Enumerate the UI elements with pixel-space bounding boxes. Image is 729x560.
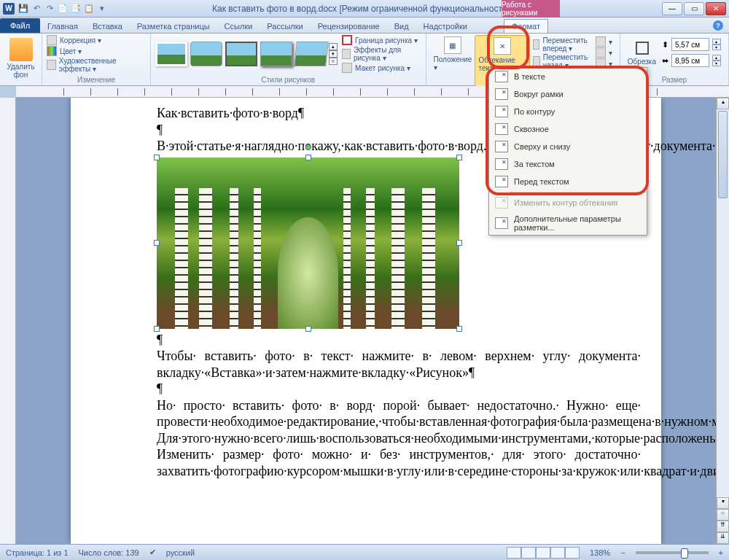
scroll-up-icon[interactable]: ▴ (717, 98, 729, 109)
zoom-slider[interactable] (636, 551, 709, 554)
spin-down-icon[interactable]: ▾ (712, 44, 721, 50)
gallery-up-icon[interactable]: ▴ (329, 43, 338, 50)
wrap-through-icon (495, 123, 508, 135)
zoom-in-icon[interactable]: + (719, 548, 723, 557)
wrap-tight[interactable]: По контуру (489, 103, 647, 120)
picture-effects-button[interactable]: Эффекты для рисунка ▾ (342, 46, 421, 62)
qat-btn[interactable]: 📄 (57, 3, 69, 15)
tab-view[interactable]: Вид (387, 20, 416, 33)
scroll-thumb[interactable] (718, 111, 728, 198)
undo-icon[interactable]: ↶ (31, 3, 42, 15)
resize-handle[interactable] (456, 240, 462, 246)
image-content (157, 158, 459, 329)
position-icon: ▦ (444, 36, 461, 54)
picture-border-button[interactable]: Граница рисунка ▾ (342, 35, 421, 45)
resize-handle[interactable] (456, 326, 462, 332)
resize-handle[interactable] (154, 155, 160, 160)
bring-forward-button[interactable]: Переместить вперед ▾ (533, 36, 593, 52)
paragraph: Изменить· размер· фото· можно· и· без· и… (157, 446, 641, 479)
wrap-front[interactable]: Перед текстом (489, 173, 647, 190)
style-thumb[interactable] (190, 42, 222, 66)
crop-button[interactable]: Обрезка (625, 39, 659, 67)
height-input[interactable]: 5,57 см (671, 38, 709, 51)
color-button[interactable]: Цвет ▾ (47, 46, 146, 56)
gallery-down-icon[interactable]: ▾ (329, 50, 338, 58)
picture-layout-button[interactable]: Макет рисунка ▾ (342, 63, 421, 73)
wrap-square[interactable]: Вокруг рамки (489, 85, 647, 103)
resize-handle[interactable] (305, 326, 311, 332)
resize-handle[interactable] (456, 155, 462, 160)
tab-review[interactable]: Рецензирование (311, 20, 387, 33)
style-thumb[interactable] (155, 42, 187, 66)
view-web[interactable] (536, 547, 550, 559)
view-print-layout[interactable] (507, 547, 521, 559)
minimize-button[interactable]: — (662, 2, 682, 15)
spelling-icon[interactable]: ✔ (149, 548, 156, 557)
qat-btn[interactable]: 📋 (83, 3, 95, 15)
spin-down-icon[interactable]: ▾ (712, 61, 721, 66)
tab-home[interactable]: Главная (40, 20, 85, 33)
tab-mailings[interactable]: Рассылки (260, 20, 310, 33)
tab-file[interactable]: Файл (0, 18, 40, 33)
tab-layout[interactable]: Разметка страницы (130, 20, 217, 33)
wrap-behind[interactable]: За текстом (489, 155, 647, 173)
remove-background-button[interactable]: Удалить фон (4, 35, 37, 82)
vertical-ruler[interactable] (0, 98, 16, 544)
wrap-text-dropdown: В тексте Вокруг рамки По контуру Сквозно… (488, 67, 647, 236)
style-thumb[interactable] (294, 42, 329, 66)
vertical-scrollbar[interactable]: ▴ ▾ ○ ⇈ ⇊ (716, 98, 729, 544)
rotate-handle[interactable] (305, 144, 311, 150)
width-input[interactable]: 8,95 см (671, 54, 709, 67)
resize-handle[interactable] (154, 240, 160, 246)
tab-format[interactable]: Формат (504, 19, 548, 33)
redo-icon[interactable]: ↷ (44, 3, 55, 15)
page-status[interactable]: Страница: 1 из 1 (6, 548, 69, 557)
qat-btn[interactable]: 📑 (70, 3, 82, 15)
spin-up-icon[interactable]: ▴ (712, 55, 721, 61)
maximize-button[interactable]: ▭ (684, 2, 704, 15)
backward-icon (533, 56, 540, 66)
qat-more-icon[interactable]: ▾ (96, 3, 108, 15)
language-status[interactable]: русский (166, 548, 195, 557)
artistic-effects-button[interactable]: Художественные эффекты ▾ (47, 57, 146, 73)
resize-handle[interactable] (305, 155, 311, 160)
zoom-out-icon[interactable]: − (620, 548, 625, 557)
position-button[interactable]: ▦ Положение ▾ (431, 35, 475, 88)
save-icon[interactable]: 💾 (17, 3, 29, 15)
inserted-image[interactable] (157, 158, 459, 329)
remove-bg-icon (9, 38, 33, 61)
wrap-more-options[interactable]: Дополнительные параметры разметки... (489, 211, 647, 235)
group-button[interactable]: ▾ (596, 47, 612, 58)
remove-bg-label: Удалить фон (7, 63, 34, 79)
para-empty: ¶ (157, 332, 641, 349)
object-browse-icon[interactable]: ○ (717, 509, 729, 521)
window-title: Как вставить фото в ворд.docx [Режим огр… (108, 4, 662, 14)
color-icon (47, 46, 57, 56)
wrap-topbottom[interactable]: Сверху и снизу (489, 138, 647, 155)
wrap-through[interactable]: Сквозное (489, 120, 647, 138)
picture-styles-gallery[interactable] (155, 39, 327, 69)
zoom-level[interactable]: 138% (590, 548, 610, 557)
view-outline[interactable] (550, 547, 565, 559)
wrap-inline[interactable]: В тексте (489, 68, 647, 85)
effects-icon (47, 60, 56, 70)
view-fullscreen[interactable] (521, 547, 536, 559)
tab-addins[interactable]: Надстройки (416, 20, 475, 33)
tab-insert[interactable]: Вставка (85, 20, 130, 33)
prev-page-icon[interactable]: ⇈ (717, 521, 729, 532)
close-button[interactable]: ✕ (706, 2, 726, 15)
style-thumb[interactable] (225, 42, 257, 66)
word-count[interactable]: Число слов: 139 (79, 548, 139, 557)
resize-handle[interactable] (154, 326, 160, 332)
next-page-icon[interactable]: ⇊ (717, 532, 729, 544)
style-thumb[interactable] (260, 42, 292, 66)
scroll-down-icon[interactable]: ▾ (717, 497, 729, 509)
view-draft[interactable] (565, 547, 580, 559)
corrections-button[interactable]: Коррекция ▾ (47, 35, 146, 45)
gallery-more-icon[interactable]: ▿ (329, 58, 338, 65)
align-button[interactable]: ▾ (596, 36, 612, 47)
align-icon (596, 36, 606, 47)
help-icon[interactable]: ? (713, 20, 723, 31)
tab-references[interactable]: Ссылки (217, 20, 260, 33)
spin-up-icon[interactable]: ▴ (712, 39, 721, 44)
